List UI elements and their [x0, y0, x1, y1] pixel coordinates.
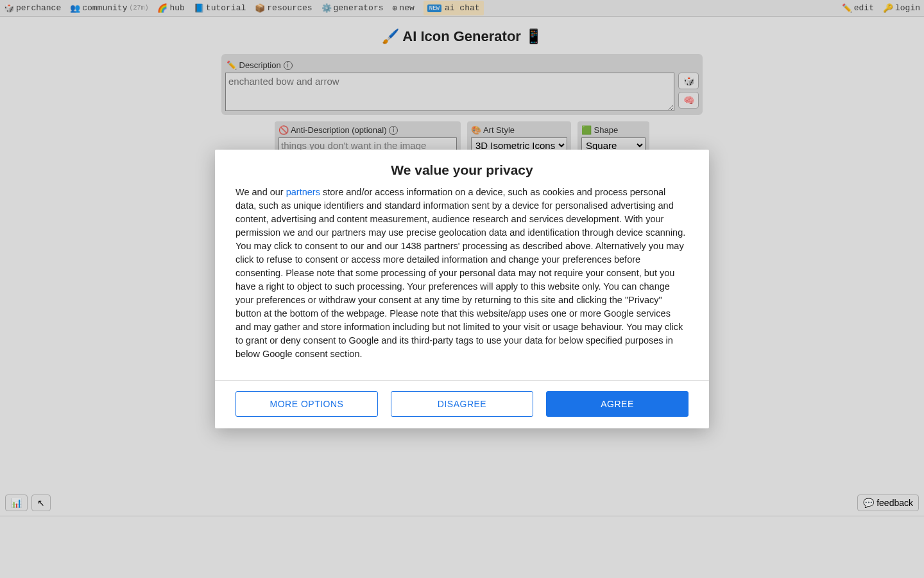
modal-footer: MORE OPTIONS DISAGREE AGREE	[215, 380, 709, 428]
more-options-button[interactable]: MORE OPTIONS	[235, 391, 378, 417]
disagree-button[interactable]: DISAGREE	[391, 391, 533, 417]
modal-title: We value your privacy	[215, 150, 709, 186]
modal-body-prefix: We and our	[235, 187, 286, 197]
modal-body: We and our partners store and/or access …	[215, 186, 709, 380]
privacy-modal: We value your privacy We and our partner…	[215, 150, 709, 428]
modal-overlay: We value your privacy We and our partner…	[0, 0, 924, 578]
partners-link[interactable]: partners	[286, 187, 320, 197]
modal-body-rest: store and/or access information on a dev…	[235, 187, 685, 359]
agree-button[interactable]: AGREE	[546, 391, 689, 417]
